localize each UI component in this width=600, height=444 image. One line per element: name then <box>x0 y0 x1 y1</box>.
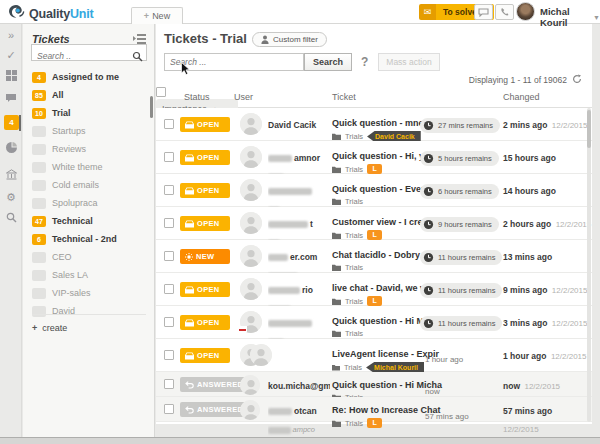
folder-count-badge: 47 <box>32 216 46 227</box>
ticket-search-input[interactable] <box>164 53 304 71</box>
custom-filter-button[interactable]: Custom filter <box>252 32 327 47</box>
column-status[interactable]: Status <box>184 92 210 102</box>
folder-icon <box>332 330 341 337</box>
sidebar-folder-item[interactable]: Spolupraca <box>23 194 154 212</box>
ticket-row[interactable]: OPEN David Cacik cacik.d@gmail.com Quick… <box>156 108 592 141</box>
sidebar-folder-item[interactable]: 4 Assigned to me <box>23 68 154 86</box>
row-checkbox[interactable] <box>164 350 174 360</box>
folder-label: Reviews <box>52 144 86 154</box>
search-icon[interactable] <box>132 48 143 66</box>
clock-icon <box>423 186 434 197</box>
select-all-checkbox[interactable] <box>156 87 166 97</box>
ticket-row[interactable]: ANSWERED kou.micha@gmail kou.micha@gmail… <box>156 372 592 397</box>
clock-icon <box>423 252 434 263</box>
status-badge: OPEN <box>180 150 230 165</box>
open-box-icon <box>185 319 194 327</box>
sidebar-folder-item[interactable]: White theme <box>23 158 154 176</box>
sidebar-folder-item[interactable]: 10 Trial <box>23 104 154 122</box>
sidebar-folder-item[interactable]: Startups <box>23 122 154 140</box>
refresh-icon[interactable] <box>572 74 582 86</box>
column-user[interactable]: User <box>234 92 253 102</box>
sidebar-folder-item[interactable]: Reviews <box>23 140 154 158</box>
row-checkbox[interactable] <box>164 379 174 389</box>
sidebar-folder-item[interactable]: 6 Technical - 2nd <box>23 230 154 248</box>
help-button[interactable]: ? <box>361 55 368 69</box>
main-scrollbar-track[interactable] <box>587 108 591 422</box>
ticket-cell[interactable]: live chat - David, we will t Trials L <box>332 277 424 306</box>
sidebar-folder-item[interactable]: Sales LA <box>23 266 154 284</box>
row-checkbox[interactable] <box>164 284 174 294</box>
bank-icon[interactable] <box>0 169 22 182</box>
ticket-cell[interactable]: Quick question - Hi Micha Trials <box>332 310 424 338</box>
contact-name: t <box>268 219 313 229</box>
dashboard-grid-icon[interactable] <box>0 70 22 83</box>
ticket-row[interactable]: OPEN LiveAgent license - Expir Trials Mi… <box>156 339 592 372</box>
folder-name: Trials <box>345 329 363 338</box>
reports-pie-icon[interactable] <box>0 142 22 155</box>
row-checkbox[interactable] <box>164 218 174 228</box>
phone-button[interactable] <box>495 4 514 20</box>
row-checkbox[interactable] <box>164 404 174 414</box>
status-badge: ANSWERED <box>180 402 248 417</box>
contact-name: er.com <box>268 252 317 262</box>
sidebar-folder-item[interactable]: VIP-sales <box>23 284 154 302</box>
ticket-row[interactable]: OPEN llowmist Quick question - Everythi … <box>156 174 592 207</box>
changed-relative: 3 mins ago <box>503 318 547 328</box>
ticket-row[interactable]: OPEN amnor nord.dk Quick question - Hi, … <box>156 141 592 174</box>
column-changed[interactable]: Changed <box>503 92 540 102</box>
ticket-row[interactable]: OPEN rio n.com live chat - David, we wil… <box>156 273 592 306</box>
main-scrollbar-thumb[interactable] <box>587 110 591 148</box>
ticket-row[interactable]: NEW er.com com Chat tlacidlo - Dobry den… <box>156 240 592 273</box>
user-avatar[interactable] <box>516 2 535 21</box>
tickets-section-badge[interactable]: 4 <box>4 115 19 130</box>
sidebar-folder-item[interactable]: 85 All <box>23 86 154 104</box>
ticket-cell[interactable]: LiveAgent license - Expir Trials Michal … <box>332 343 424 373</box>
chat-button[interactable] <box>474 4 493 20</box>
folder-count-badge <box>32 180 46 191</box>
mass-action-button[interactable]: Mass action <box>378 53 440 71</box>
ticket-cell[interactable]: Quick question - Everythi Trials <box>332 178 424 206</box>
status-badge: OPEN <box>180 348 230 363</box>
row-checkbox[interactable] <box>164 251 174 261</box>
folder-label: Technical <box>52 216 93 226</box>
new-ticket-tab[interactable]: + New <box>131 7 183 24</box>
sidebar-folder-item[interactable]: 47 Technical <box>23 212 154 230</box>
row-checkbox[interactable] <box>164 152 174 162</box>
search-button[interactable]: Search <box>304 53 352 71</box>
user-menu[interactable]: Michal Kouril ▼ <box>540 6 600 28</box>
expand-rail-icon[interactable]: » <box>0 29 22 41</box>
status-badge: OPEN <box>180 282 230 297</box>
row-checkbox[interactable] <box>164 317 174 327</box>
folder-label: VIP-sales <box>52 288 91 298</box>
ticket-cell[interactable]: Quick question - Hi, yes y Trials L <box>332 145 424 174</box>
importance-cell: 27 mins remains <box>420 117 502 135</box>
ticket-cell[interactable]: Re: How to Increase Chat Trials L <box>332 399 424 428</box>
reply-arrow-icon <box>185 406 194 414</box>
search-rail-icon[interactable] <box>0 212 22 225</box>
clock-icon <box>423 318 434 329</box>
create-folder-button[interactable]: + create <box>32 314 146 333</box>
sidebar-folder-item[interactable]: Cold emails <box>23 176 154 194</box>
sidebar-search-input[interactable] <box>32 49 146 64</box>
settings-gear-icon[interactable]: ⚙ <box>0 191 22 203</box>
ticket-row[interactable]: OPEN t omowifi. Customer view - I create… <box>156 207 592 240</box>
contact-avatar <box>240 113 262 135</box>
chat-section-icon[interactable] <box>0 93 22 105</box>
ticket-cell[interactable]: Quick question - mne to n Trials David C… <box>332 112 424 142</box>
l-tag: L <box>367 230 382 240</box>
page-title: Tickets - Trial <box>164 31 247 46</box>
ticket-row[interactable]: OPEN adam.co Quick question - Hi Micha T… <box>156 306 592 339</box>
row-checkbox[interactable] <box>164 119 174 129</box>
row-checkbox[interactable] <box>164 185 174 195</box>
ticket-cell[interactable]: Chat tlacidlo - Dobry den Trials <box>332 244 424 272</box>
column-ticket[interactable]: Ticket <box>332 92 356 102</box>
ticket-cell[interactable]: Customer view - I created Trials L <box>332 211 424 240</box>
person-icon <box>261 35 269 44</box>
changed-relative: 1 hour ago <box>503 351 546 361</box>
sidebar-folder-item[interactable]: CEO <box>23 248 154 266</box>
sidebar-scrollbar-thumb[interactable] <box>150 96 153 118</box>
plus-icon: + <box>144 11 149 21</box>
changed-cell: 1 hour ago 12/2/2015 <box>503 345 587 363</box>
ticket-row[interactable]: ANSWERED otcan ampco Re: How to Increase… <box>156 397 592 422</box>
tasks-check-icon[interactable]: ✓ <box>0 49 22 61</box>
